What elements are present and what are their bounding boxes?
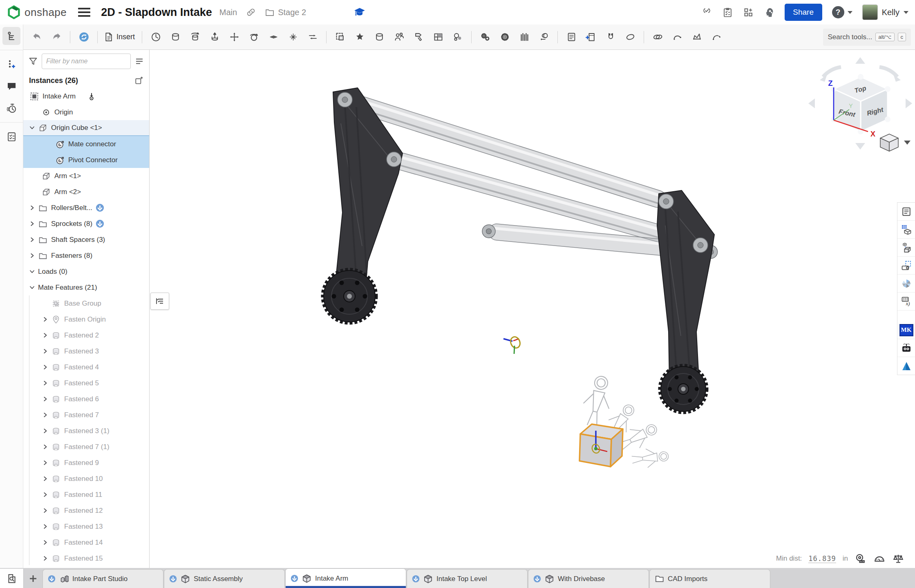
mass-properties-icon[interactable] [892,552,904,565]
chevron-right-icon[interactable] [39,555,51,561]
sprocket-left[interactable] [322,269,376,323]
chevron-right-icon[interactable] [39,380,51,386]
derived-part-icon[interactable] [897,239,915,257]
tree-item-fastened-5[interactable]: Fastened 5 [23,375,149,391]
group-mate-button[interactable] [166,28,185,47]
hide-parts-button[interactable] [648,28,667,47]
tree-item-loads-0[interactable]: Loads (0) [23,264,149,279]
tree-item-pivot-connector[interactable]: Pivot Connector [23,152,149,168]
chevron-right-icon[interactable] [26,253,38,259]
tab-intake-part-studio[interactable]: Intake Part Studio [43,569,163,588]
exploded-view-button[interactable] [687,28,706,47]
main-menu-button[interactable] [78,8,90,17]
tab-intake-top-level[interactable]: Intake Top Level [407,569,528,588]
mkcad-app-icon[interactable]: MK [897,321,915,339]
feature-script-icon[interactable] [701,7,712,18]
history-icon[interactable] [2,99,20,117]
folder-location[interactable]: Stage 2 [278,8,306,17]
tree-item-fastened-6[interactable]: Fastened 6 [23,391,149,407]
chevron-right-icon[interactable] [39,364,51,370]
tree-item-fastened-7-1[interactable]: Fastened 7 (1) [23,439,149,455]
undo-button[interactable] [27,28,46,47]
tree-item-arm-1[interactable]: Arm <1> [23,168,149,184]
altium-app-icon[interactable] [897,357,915,375]
tree-item-arm-2[interactable]: Arm <2> [23,184,149,200]
revolute-mate-button[interactable] [186,28,204,47]
tree-item-fastened-4[interactable]: Fastened 4 [23,359,149,375]
chevron-right-icon[interactable] [39,428,51,434]
render-studio-icon[interactable] [897,275,915,293]
gear-relation-button[interactable] [476,28,494,47]
tree-item-fastened-10[interactable]: Fastened 10 [23,471,149,487]
sketch-region-icon[interactable] [897,257,915,275]
insert-button[interactable]: Insert [102,28,138,47]
named-positions-button[interactable] [350,28,369,47]
suppressed-download-icon[interactable] [96,203,104,212]
assembly-scene[interactable]: Top Front Right Z X Y [150,50,915,568]
chevron-right-icon[interactable] [39,460,51,466]
insert-instance-icon[interactable] [134,76,143,85]
tree-item-fastened-12[interactable]: Fastened 12 [23,503,149,519]
comments-icon[interactable] [2,77,20,95]
chevron-right-icon[interactable] [39,508,51,514]
redo-button[interactable] [47,28,66,47]
tree-item-fastened-14[interactable]: Fastened 14 [23,534,149,550]
measure-arc-button[interactable] [707,28,726,47]
chevron-right-icon[interactable] [26,205,38,211]
filter-icon[interactable] [28,56,38,66]
min-dist-value[interactable]: 16.839 [808,554,836,563]
tasks-checklist-icon[interactable] [722,7,733,18]
tab-intake-arm[interactable]: Intake Arm [285,568,406,588]
view-mode-button[interactable] [880,134,911,151]
chevron-right-icon[interactable] [26,221,38,227]
tab-search-button[interactable] [0,569,24,588]
replicate-button[interactable] [389,28,408,47]
tab-cad-imports[interactable]: CAD Imports [649,569,770,588]
tree-item-fastened-7[interactable]: Fastened 7 [23,407,149,423]
chevron-right-icon[interactable] [39,396,51,402]
configurations-panel-icon[interactable] [897,221,915,239]
tree-item-fastened-11[interactable]: Fastened 11 [23,487,149,503]
apps-grid-icon[interactable] [743,7,754,18]
user-name[interactable]: Kelly [882,8,899,17]
cam-relation-button[interactable] [495,28,514,47]
chevron-down-icon[interactable] [26,125,38,131]
tree-item-shaft-spacers-3[interactable]: Shaft Spacers (3) [23,232,149,248]
tree-item-mate-features-21[interactable]: Mate Features (21) [23,279,149,295]
view-options-icon[interactable] [134,56,144,66]
protractor-icon[interactable] [873,552,886,565]
update-rotate-button[interactable] [74,28,93,47]
sprocket-right[interactable] [660,365,707,413]
chevron-right-icon[interactable] [39,316,51,322]
custom-features-icon[interactable]: x) [897,293,915,311]
bom-table-button[interactable] [562,28,581,47]
share-button[interactable]: Share [785,4,822,21]
tree-item-fastened-3[interactable]: Fastened 3 [23,343,149,359]
follow-checklist-icon[interactable] [2,127,20,145]
show-mate-connectors-button[interactable] [668,28,687,47]
workspace-name[interactable]: Main [219,8,237,17]
mate-connector-triad[interactable] [503,335,521,354]
chevron-right-icon[interactable] [39,476,51,482]
magnetic-mate-button[interactable] [601,28,620,47]
tab-static-assembly[interactable]: Static Assembly [164,569,285,588]
mate-button[interactable] [146,28,165,47]
section-view-button[interactable] [621,28,640,47]
appearance-button[interactable] [448,28,467,47]
chevron-right-icon[interactable] [39,444,51,450]
chevron-right-icon[interactable] [39,492,51,498]
chevron-right-icon[interactable] [39,539,51,546]
edit-in-context-button[interactable] [409,28,428,47]
chevron-right-icon[interactable] [39,523,51,530]
tree-item-origin[interactable]: Origin [23,104,149,120]
add-tab-button[interactable] [24,569,43,588]
tree-item-intake-arm[interactable]: Intake Arm [23,88,149,104]
chevron-down-icon[interactable] [26,284,38,291]
bom-panel-icon[interactable] [897,203,915,221]
box-select-button[interactable] [331,28,349,47]
assembly-structure-icon[interactable] [2,27,20,45]
planar-mate-button[interactable] [225,28,244,47]
suppressed-download-icon[interactable] [96,219,104,228]
configurations-button[interactable] [429,28,447,47]
rollback-button[interactable] [535,28,553,47]
